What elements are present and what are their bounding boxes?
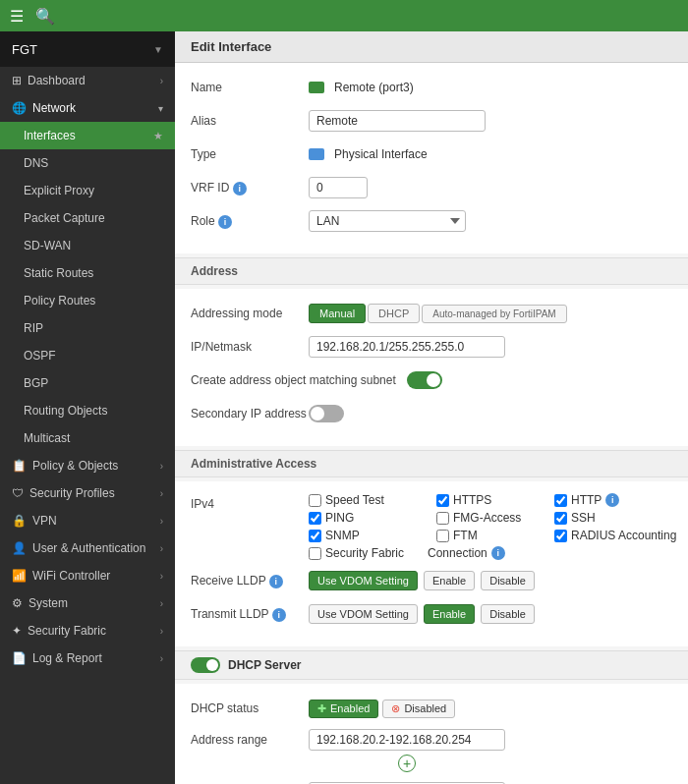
sidebar-item-static-routes[interactable]: Static Routes: [0, 259, 175, 287]
ftm-item: FTM: [436, 529, 554, 542]
ssh-checkbox[interactable]: [554, 512, 567, 525]
sidebar-item-ospf[interactable]: OSPF: [0, 342, 175, 369]
sidebar-item-dns[interactable]: DNS: [0, 149, 175, 177]
chevron-icon: ›: [160, 543, 163, 554]
lock-icon: 🔒: [12, 514, 27, 528]
sidebar-item-sd-wan[interactable]: SD-WAN: [0, 232, 175, 259]
top-bar: ☰ 🔍: [0, 0, 688, 31]
sidebar-item-policy-objects[interactable]: 📋 Policy & Objects ›: [0, 452, 175, 479]
http-info-icon[interactable]: i: [605, 493, 619, 507]
ipv4-checkboxes: Speed Test HTTPS HTTP i: [309, 493, 682, 560]
addr-range-label: Address range: [191, 729, 309, 747]
speed-test-checkbox[interactable]: [309, 494, 321, 507]
sidebar-item-vpn[interactable]: 🔒 VPN ›: [0, 507, 175, 534]
ip-netmask-input[interactable]: [309, 336, 505, 358]
sidebar-item-routing-objects[interactable]: Routing Objects: [0, 397, 175, 424]
alias-input[interactable]: [309, 110, 486, 132]
chevron-icon: ›: [160, 626, 163, 637]
dhcp-server-toggle[interactable]: [191, 657, 220, 673]
secondary-ip-toggle: [309, 405, 344, 422]
add-range-button[interactable]: +: [398, 755, 416, 772]
transmit-disable-btn[interactable]: Disable: [481, 604, 535, 624]
ftm-checkbox[interactable]: [436, 530, 449, 542]
sidebar-item-explicit-proxy[interactable]: Explicit Proxy: [0, 177, 175, 204]
fmg-access-item: FMG-Access: [436, 511, 554, 525]
secondary-ip-toggle-switch[interactable]: [309, 405, 344, 422]
alias-value: [309, 110, 486, 132]
addr-range-value: +: [309, 729, 505, 772]
vrf-info-icon[interactable]: i: [233, 182, 247, 196]
content-area: Edit Interface Name Remote (port3) Alias…: [175, 31, 688, 784]
sidebar-item-bgp[interactable]: BGP: [0, 369, 175, 397]
shield-icon: 🛡: [12, 486, 24, 500]
star-icon: ★: [153, 130, 163, 142]
dhcp-enabled-badge[interactable]: ✚ Enabled: [309, 700, 378, 718]
sidebar-label-vpn: VPN: [32, 514, 57, 528]
transmit-lldp-label: Transmit LLDP i: [191, 607, 309, 622]
ipv4-label: IPv4: [191, 493, 309, 511]
sidebar-label-user-auth: User & Authentication: [32, 541, 145, 555]
sidebar-label-network: Network: [32, 101, 76, 115]
sidebar-label-dns: DNS: [24, 156, 48, 170]
sidebar-item-system[interactable]: ⚙ System ›: [0, 589, 175, 617]
search-icon[interactable]: 🔍: [35, 7, 55, 26]
receive-disable-btn[interactable]: Disable: [481, 571, 535, 590]
sidebar-item-security-fabric[interactable]: ✦ Security Fabric ›: [0, 617, 175, 644]
radius-item: RADIUS Accounting: [554, 529, 682, 542]
brand-label: FGT: [12, 42, 37, 57]
radius-checkbox[interactable]: [554, 530, 567, 542]
enabled-icon: ✚: [317, 702, 326, 715]
transmit-lldp-info-icon[interactable]: i: [272, 608, 286, 622]
sidebar-item-packet-capture[interactable]: Packet Capture: [0, 204, 175, 232]
dhcp-mode-btn[interactable]: DHCP: [368, 304, 420, 323]
security-fabric-info-icon[interactable]: i: [491, 546, 505, 560]
http-checkbox[interactable]: [554, 494, 567, 507]
brand-chevron: ▼: [153, 44, 163, 55]
receive-enable-btn[interactable]: Enable: [424, 571, 475, 590]
receive-lldp-label: Receive LLDP i: [191, 574, 309, 588]
role-select[interactable]: LAN WAN DMZ Undefined: [309, 210, 466, 232]
role-value: LAN WAN DMZ Undefined: [309, 210, 466, 232]
transmit-enable-btn[interactable]: Enable: [424, 604, 475, 624]
sidebar-item-rip[interactable]: RIP: [0, 314, 175, 342]
admin-access-section-header: Administrative Access: [175, 450, 688, 477]
dhcp-disabled-badge[interactable]: ⊗ Disabled: [382, 700, 455, 718]
menu-icon[interactable]: ☰: [10, 7, 24, 26]
receive-use-vdom-btn[interactable]: Use VDOM Setting: [309, 571, 418, 590]
create-addr-row: Create address object matching subnet: [191, 367, 672, 393]
fmg-access-checkbox[interactable]: [436, 512, 449, 525]
auto-managed-btn[interactable]: Auto-managed by FortiIPAM: [422, 305, 566, 323]
vrf-row: VRF ID i: [191, 175, 672, 200]
sidebar-item-log-report[interactable]: 📄 Log & Report ›: [0, 644, 175, 672]
sidebar-label-interfaces: Interfaces: [24, 129, 76, 142]
https-checkbox[interactable]: [436, 494, 449, 507]
address-section-header: Address: [175, 257, 688, 285]
ip-netmask-row: IP/Netmask: [191, 334, 672, 360]
addressing-mode-label: Addressing mode: [191, 307, 309, 320]
sidebar-item-security-profiles[interactable]: 🛡 Security Profiles ›: [0, 479, 175, 507]
receive-lldp-info-icon[interactable]: i: [269, 575, 283, 588]
role-info-icon[interactable]: i: [218, 215, 232, 229]
chevron-icon: ›: [160, 461, 163, 472]
vrf-input[interactable]: [309, 177, 368, 198]
snmp-checkbox[interactable]: [309, 530, 321, 542]
dhcp-fields: DHCP status ✚ Enabled ⊗ Disabled Address…: [175, 684, 688, 784]
transmit-use-vdom-btn[interactable]: Use VDOM Setting: [309, 604, 418, 624]
sidebar-item-policy-routes[interactable]: Policy Routes: [0, 287, 175, 314]
type-icon: [309, 148, 324, 160]
sidebar-item-interfaces[interactable]: Interfaces ★: [0, 122, 175, 149]
sidebar-label-policy-objects: Policy & Objects: [32, 459, 118, 473]
sidebar-item-wifi[interactable]: 📶 WiFi Controller ›: [0, 562, 175, 589]
sidebar-item-network[interactable]: 🌐 Network ▾: [0, 94, 175, 122]
create-addr-toggle-switch[interactable]: [407, 371, 442, 389]
ping-checkbox[interactable]: [309, 512, 321, 525]
snmp-label: SNMP: [325, 529, 360, 542]
sidebar-item-user-auth[interactable]: 👤 User & Authentication ›: [0, 534, 175, 562]
dhcp-status-buttons: ✚ Enabled ⊗ Disabled: [309, 700, 455, 718]
security-fabric-checkbox[interactable]: [309, 547, 321, 560]
speed-test-item: Speed Test: [309, 493, 436, 507]
sidebar-item-multicast[interactable]: Multicast: [0, 424, 175, 452]
manual-btn[interactable]: Manual: [309, 304, 366, 323]
addr-range-input[interactable]: [309, 729, 505, 751]
sidebar-item-dashboard[interactable]: ⊞ Dashboard ›: [0, 67, 175, 94]
